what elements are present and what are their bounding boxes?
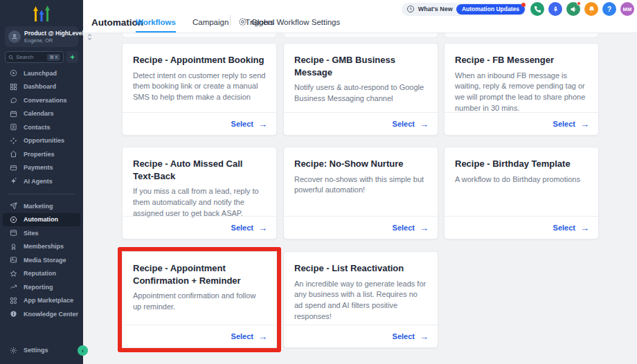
arrow-right-icon: → <box>258 332 267 341</box>
notifications-button[interactable] <box>584 2 598 16</box>
announcements-button[interactable] <box>566 2 580 16</box>
tab-workflows[interactable]: Workflows <box>136 18 176 33</box>
card-title: Recipe - FB Messenger <box>455 54 588 66</box>
app-marketplace-icon <box>10 297 17 304</box>
topbar: Automation Workflows Campaign Triggers G… <box>83 0 637 33</box>
sidebar-item-memberships[interactable]: Memberships <box>0 240 83 254</box>
sidebar-item-settings[interactable]: Settings <box>0 344 83 358</box>
card-title: Recipe - Auto Missed Call Text-Back <box>133 158 266 182</box>
automation-icon <box>10 216 17 224</box>
arrow-right-icon: → <box>258 120 267 129</box>
sparkle-icon <box>69 54 75 60</box>
search-shortcut-badge: ⌘ K <box>47 54 60 61</box>
sidebar-item-media-storage[interactable]: Media Storage <box>0 253 83 267</box>
card-title: Recipe - GMB Business Message <box>294 54 427 78</box>
knowledge-center-icon <box>10 310 17 318</box>
account-location: Eugene, OR <box>24 37 84 44</box>
calendar-icon <box>10 110 17 118</box>
search-placeholder: Search <box>16 54 33 60</box>
select-button[interactable]: Select→ <box>284 325 438 347</box>
recipe-card-fb-messenger: Recipe - FB Messenger When an inbound FB… <box>444 43 599 136</box>
gear-icon <box>238 17 247 26</box>
payments-icon <box>10 164 17 172</box>
sidebar-nav-primary: Launchpad Dashboard Conversations Calend… <box>0 66 83 188</box>
marketing-icon <box>10 202 17 210</box>
launchpad-icon <box>10 69 17 77</box>
cut-off-card <box>283 33 438 38</box>
sidebar-divider <box>8 194 75 194</box>
card-description: Recover no-shows with this simple but po… <box>294 174 427 197</box>
whats-new-icon <box>406 5 415 13</box>
sidebar-item-contacts[interactable]: Contacts <box>0 120 83 134</box>
recipe-card-birthday-template: Recipe - Birthday Template A workflow to… <box>444 147 599 239</box>
sidebar-item-knowledge-center[interactable]: Knowledge Center <box>0 307 83 321</box>
select-button[interactable]: Select→ <box>284 112 438 135</box>
recipe-card-appointment-booking: Recipe - Appointment Booking Detect inte… <box>122 43 277 136</box>
select-button[interactable]: Select→ <box>445 112 598 135</box>
sidebar-item-ai-agents[interactable]: AI Agents <box>0 174 83 188</box>
sidebar-item-sites[interactable]: Sites <box>0 226 83 240</box>
arrow-right-icon: → <box>420 332 429 341</box>
tab-campaign[interactable]: Campaign <box>192 18 228 33</box>
notification-dot <box>577 1 581 6</box>
select-button[interactable]: Select→ <box>123 112 276 135</box>
highlevel-logo-icon <box>0 3 83 22</box>
account-avatar <box>8 30 21 43</box>
tab-divider <box>230 15 231 26</box>
card-title: Recipe - Birthday Template <box>455 158 588 170</box>
megaphone-icon <box>570 6 577 13</box>
sidebar-item-reputation[interactable]: Reputation <box>0 267 83 281</box>
sidebar-nav-secondary: Marketing Automation Sites Memberships M… <box>0 199 83 321</box>
help-button[interactable]: ? <box>602 2 616 16</box>
global-workflow-settings-button[interactable]: Global Workflow Settings <box>238 17 340 26</box>
search-input[interactable]: Search ⌘ K <box>5 51 64 63</box>
sidebar: Product @ HighLevel Eugene, OR Search ⌘ … <box>0 0 83 364</box>
card-description: Notify users & auto-respond to Google Bu… <box>294 82 427 104</box>
recipe-card-auto-missed-call-text-back: Recipe - Auto Missed Call Text-Back If y… <box>122 147 277 239</box>
sidebar-item-launchpad[interactable]: Launchpad <box>0 66 83 80</box>
select-button[interactable]: Select→ <box>123 325 276 347</box>
sidebar-item-conversations[interactable]: Conversations <box>0 93 83 107</box>
select-button[interactable]: Select→ <box>284 216 438 239</box>
select-button[interactable]: Select→ <box>445 216 598 239</box>
card-description: Appointment confirmation and follow up r… <box>133 291 266 313</box>
quick-add-button[interactable] <box>66 51 78 63</box>
chevron-up-down-icon <box>87 33 92 41</box>
gear-icon <box>10 347 17 354</box>
whats-new-button[interactable]: What's New Automation Updates <box>402 3 526 16</box>
sidebar-collapse-button[interactable]: ‹ <box>78 345 88 356</box>
memberships-icon <box>10 243 17 251</box>
sidebar-item-calendars[interactable]: Calendars <box>0 107 83 121</box>
avatar-initials: MM <box>622 6 631 12</box>
bell-icon <box>588 6 595 13</box>
sidebar-item-reporting[interactable]: Reporting <box>0 280 83 294</box>
automation-updates-button[interactable]: Automation Updates <box>456 4 525 15</box>
sidebar-item-properties[interactable]: Properties <box>0 147 83 161</box>
sites-icon <box>10 229 17 237</box>
sidebar-item-app-marketplace[interactable]: App Marketplace <box>0 294 83 308</box>
question-mark-icon: ? <box>607 6 611 13</box>
account-switcher[interactable]: Product @ HighLevel Eugene, OR <box>5 26 78 47</box>
sidebar-item-marketing[interactable]: Marketing <box>0 199 83 213</box>
properties-icon <box>10 150 17 158</box>
search-icon <box>8 55 14 60</box>
sidebar-item-payments[interactable]: Payments <box>0 161 83 175</box>
sidebar-item-dashboard[interactable]: Dashboard <box>0 80 83 94</box>
contacts-icon <box>10 123 17 131</box>
sidebar-item-automation[interactable]: Automation <box>3 213 80 227</box>
phone-button[interactable] <box>530 2 544 16</box>
recipe-card-no-show-nurture: Recipe: No-Show Nurture Recover no-shows… <box>283 147 438 239</box>
card-title: Recipe: No-Show Nurture <box>294 158 427 170</box>
card-description: Detect intent on customer reply to send … <box>133 71 266 104</box>
user-avatar[interactable]: MM <box>620 2 634 16</box>
select-button[interactable]: Select→ <box>123 216 276 239</box>
recipe-card-appointment-confirmation-reminder: Recipe - Appointment Confirmation + Remi… <box>122 251 277 348</box>
account-name: Product @ HighLevel <box>24 30 84 37</box>
card-title: Recipe - Appointment Confirmation + Remi… <box>133 262 266 286</box>
sidebar-item-opportunities[interactable]: Opportunities <box>0 134 83 148</box>
launch-button[interactable] <box>548 2 562 16</box>
ai-agents-icon <box>10 177 17 185</box>
arrow-right-icon: → <box>258 224 267 233</box>
card-description: A workflow to do Birthday promotions <box>455 174 588 185</box>
recipe-card-gmb-business-message: Recipe - GMB Business Message Notify use… <box>283 43 438 136</box>
